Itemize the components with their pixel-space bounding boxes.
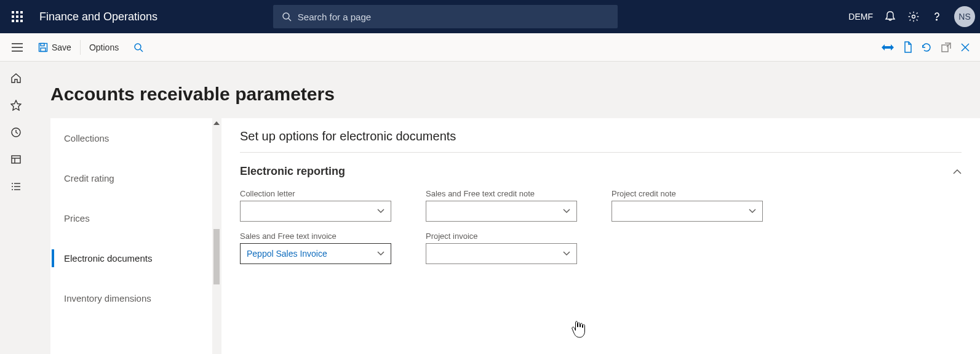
combo-collection-letter[interactable] — [240, 201, 391, 222]
combo-sales-free-text-credit-note[interactable] — [426, 201, 577, 222]
save-button[interactable]: Save — [30, 33, 80, 62]
sidelist-item-collections[interactable]: Collections — [50, 118, 221, 158]
sidelist-item-electronic-documents[interactable]: Electronic documents — [50, 238, 221, 278]
avatar[interactable]: NS — [954, 6, 975, 27]
content-area: Accounts receivable parameters Collectio… — [32, 62, 980, 354]
search-input[interactable] — [298, 12, 609, 22]
favorites-icon[interactable] — [10, 100, 22, 111]
save-label: Save — [52, 42, 71, 52]
recent-icon[interactable] — [10, 127, 22, 138]
field-sales-free-text-credit-note: Sales and Free text credit note — [426, 189, 577, 222]
home-icon[interactable] — [10, 73, 22, 84]
label-project-invoice: Project invoice — [426, 231, 577, 241]
notifications-icon[interactable] — [884, 10, 896, 23]
app-title: Finance and Operations — [39, 10, 157, 23]
appbar-right: DEMF NS — [848, 6, 975, 27]
svg-marker-29 — [213, 121, 220, 125]
field-project-credit-note: Project credit note — [612, 189, 763, 222]
field-sales-free-text-invoice: Sales and Free text invoice Peppol Sales… — [240, 231, 391, 264]
value-sales-free-text-invoice: Peppol Sales Invoice — [247, 249, 327, 259]
svg-marker-18 — [11, 100, 21, 110]
section-title: Set up options for electronic documents — [240, 129, 962, 153]
form-area: Set up options for electronic documents … — [221, 118, 980, 354]
app-launcher[interactable] — [5, 4, 30, 29]
options-label: Options — [89, 42, 119, 52]
label-sales-free-text-credit-note: Sales and Free text credit note — [426, 189, 577, 198]
field-project-invoice: Project invoice — [426, 231, 577, 264]
avatar-initials: NS — [958, 12, 970, 22]
svg-point-2 — [912, 15, 915, 18]
close-icon[interactable] — [960, 41, 970, 54]
svg-point-0 — [283, 13, 289, 19]
legal-entity[interactable]: DEMF — [848, 12, 873, 22]
page-title: Accounts receivable parameters — [32, 62, 980, 118]
svg-marker-12 — [882, 44, 888, 50]
field-collection-letter: Collection letter — [240, 189, 391, 222]
settings-icon[interactable] — [907, 10, 920, 23]
chevron-down-icon — [563, 251, 570, 256]
search-box[interactable] — [273, 5, 618, 28]
attachments-icon[interactable] — [902, 41, 912, 54]
svg-point-10 — [135, 44, 141, 50]
label-sales-free-text-invoice: Sales and Free text invoice — [240, 231, 391, 241]
combo-project-invoice[interactable] — [426, 243, 577, 264]
fields-row: Collection letter Sales and Free text in… — [240, 189, 962, 264]
app-bar: Finance and Operations DEMF NS — [0, 0, 980, 33]
sidelist-item-prices[interactable]: Prices — [50, 198, 221, 238]
chevron-down-icon — [377, 209, 384, 214]
scroll-up-icon[interactable] — [212, 118, 221, 128]
svg-point-3 — [936, 19, 938, 20]
svg-rect-9 — [41, 48, 46, 52]
svg-line-11 — [140, 49, 143, 52]
svg-rect-8 — [41, 43, 44, 46]
help-icon[interactable] — [931, 10, 943, 23]
action-search-button[interactable] — [127, 33, 149, 62]
search-icon — [282, 12, 292, 22]
chevron-down-icon — [563, 209, 570, 214]
group-header[interactable]: Electronic reporting — [240, 165, 962, 178]
modules-icon[interactable] — [10, 181, 22, 192]
save-icon — [38, 42, 48, 52]
sidelist-item-inventory-dimensions[interactable]: Inventory dimensions — [50, 278, 221, 318]
personalize-icon[interactable] — [882, 41, 894, 54]
svg-marker-13 — [888, 44, 894, 50]
label-collection-letter: Collection letter — [240, 189, 391, 198]
label-project-credit-note: Project credit note — [612, 189, 763, 198]
sidelist-item-credit-rating[interactable]: Credit rating — [50, 158, 221, 198]
left-rail — [0, 62, 32, 354]
group-title: Electronic reporting — [240, 165, 345, 178]
sidelist-scrollbar[interactable] — [212, 118, 221, 354]
chevron-down-icon — [377, 251, 384, 256]
side-nav: Collections Credit rating Prices Electro… — [50, 118, 221, 354]
combo-project-credit-note[interactable] — [612, 201, 763, 222]
popout-icon[interactable] — [941, 41, 952, 54]
action-bar-right — [882, 41, 980, 54]
scroll-thumb[interactable] — [213, 229, 220, 284]
refresh-icon[interactable] — [921, 41, 932, 54]
waffle-icon — [12, 11, 23, 22]
nav-toggle[interactable] — [5, 43, 30, 52]
cursor-hand-icon — [571, 320, 587, 339]
options-button[interactable]: Options — [81, 33, 127, 62]
svg-rect-20 — [12, 156, 20, 163]
collapse-icon[interactable] — [953, 169, 962, 175]
action-bar: Save Options — [0, 33, 980, 62]
workspaces-icon[interactable] — [10, 154, 22, 165]
svg-line-1 — [289, 18, 291, 21]
combo-sales-free-text-invoice[interactable]: Peppol Sales Invoice — [240, 243, 391, 264]
chevron-down-icon — [749, 209, 756, 214]
